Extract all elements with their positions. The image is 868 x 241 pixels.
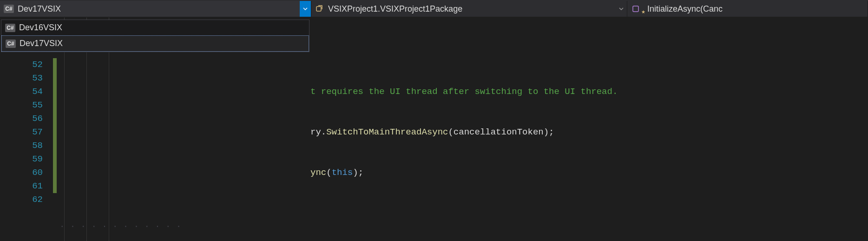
star-overlay-icon: ★	[641, 9, 645, 14]
line-number: 54	[13, 85, 43, 99]
line-number: 58	[13, 139, 43, 153]
line-number: 60	[13, 166, 43, 180]
dropdown-arrow-icon[interactable]	[616, 1, 627, 17]
class-dropdown[interactable]: VSIXProject1.VSIXProject1Package	[311, 1, 627, 17]
line-number: 52	[13, 58, 43, 72]
svg-rect-0	[316, 7, 321, 11]
line-number: 53	[13, 72, 43, 85]
member-label: InitializeAsync(Canc	[647, 4, 723, 14]
code-line: t requires the UI thread after switching…	[59, 85, 868, 99]
svg-rect-1	[633, 6, 638, 12]
line-number: 55	[13, 99, 43, 112]
dropdown-item-label: Dev16VSIX	[19, 23, 62, 33]
class-icon	[315, 4, 324, 13]
project-label: Dev17VSIX	[18, 4, 61, 14]
line-number: 61	[13, 180, 43, 193]
dropdown-item-label: Dev17VSIX	[20, 39, 63, 48]
code-line: · · · · · · · · · · · ·	[59, 220, 868, 234]
code-line: ync(this);	[59, 166, 868, 180]
line-number: 59	[13, 153, 43, 166]
csharp-badge-icon: C#	[5, 24, 15, 32]
dropdown-arrow-icon[interactable]	[300, 1, 311, 17]
method-icon	[631, 4, 640, 13]
navigation-bar: C# Dev17VSIX VSIXProject1.VSIXProject1Pa…	[0, 0, 868, 17]
project-dropdown[interactable]: C# Dev17VSIX	[0, 1, 311, 17]
project-dropdown-list[interactable]: C# Dev16VSIX C# Dev17VSIX	[1, 20, 309, 52]
line-number: 56	[13, 112, 43, 126]
line-number: 62	[13, 193, 43, 207]
code-line: ry.SwitchToMainThreadAsync(cancellationT…	[59, 126, 868, 139]
csharp-badge-icon: C#	[4, 5, 14, 13]
member-dropdown[interactable]: ★ InitializeAsync(Canc	[627, 1, 868, 17]
dropdown-item-dev16[interactable]: C# Dev16VSIX	[1, 20, 309, 35]
csharp-badge-icon: C#	[6, 40, 16, 48]
line-number: 57	[13, 126, 43, 139]
class-label: VSIXProject1.VSIXProject1Package	[328, 4, 462, 14]
dropdown-item-dev17[interactable]: C# Dev17VSIX	[1, 35, 309, 52]
